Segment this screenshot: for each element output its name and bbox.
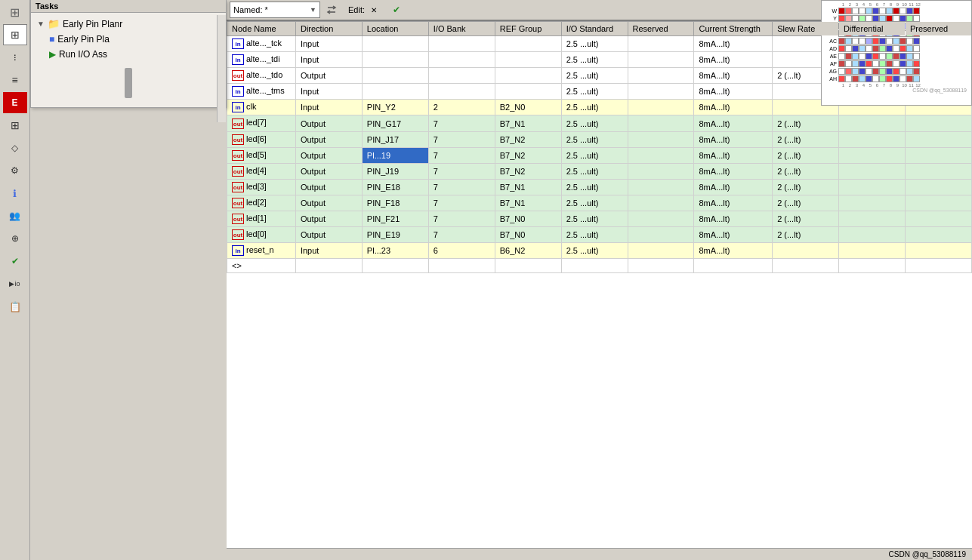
table-cell[interactable]: 2 (...lt) <box>773 163 839 179</box>
table-cell-name[interactable]: inalte..._tdi <box>227 52 296 68</box>
table-cell-name[interactable]: inalte..._tms <box>227 84 296 100</box>
table-cell[interactable]: B7_N2 <box>495 147 561 163</box>
table-cell[interactable] <box>905 147 971 163</box>
table-cell[interactable]: 8mA...lt) <box>694 68 773 84</box>
table-cell[interactable] <box>628 211 694 227</box>
table-cell[interactable]: Output <box>295 131 362 147</box>
table-cell[interactable]: 2.5 ...ult) <box>561 68 628 84</box>
table-cell[interactable]: B7_N0 <box>495 227 561 243</box>
table-cell[interactable]: Output <box>295 179 362 195</box>
table-cell[interactable] <box>905 243 971 259</box>
table-cell[interactable]: 2.5 ...ult) <box>561 52 628 68</box>
sidebar-icon-info[interactable]: ℹ <box>3 183 27 204</box>
table-cell[interactable]: 2.5 ...ult) <box>561 131 628 147</box>
table-cell[interactable]: 2.5 ...ult) <box>561 179 628 195</box>
table-cell[interactable] <box>905 115 971 131</box>
table-cell[interactable]: 7 <box>428 147 495 163</box>
table-cell[interactable]: 8mA...lt) <box>694 179 773 195</box>
table-cell[interactable] <box>495 84 561 100</box>
table-cell[interactable]: 7 <box>428 211 495 227</box>
table-cell[interactable] <box>773 259 839 273</box>
table-cell[interactable]: 2.5 ...ult) <box>561 243 628 259</box>
table-cell[interactable]: Input <box>295 100 362 115</box>
table-row[interactable]: outled[1]OutputPIN_F217B7_N02.5 ...ult)8… <box>227 211 972 227</box>
table-cell[interactable] <box>628 195 694 211</box>
edit-close-btn[interactable]: ✕ <box>368 4 380 16</box>
table-cell[interactable] <box>628 227 694 243</box>
table-cell[interactable]: 2 <box>428 100 495 115</box>
sidebar-icon-io[interactable]: ▶io <box>3 273 27 294</box>
table-cell[interactable]: PIN_F21 <box>362 211 428 227</box>
table-cell[interactable]: 2 (...lt) <box>773 115 839 131</box>
table-row[interactable]: outled[0]OutputPIN_E197B7_N02.5 ...ult)8… <box>227 227 972 243</box>
table-cell[interactable]: 7 <box>428 179 495 195</box>
sidebar-icon-list[interactable]: ≡ <box>3 69 27 91</box>
table-cell[interactable]: PIN_J19 <box>362 163 428 179</box>
table-cell-name[interactable]: inreset_n <box>227 243 296 259</box>
table-cell[interactable]: 8mA...lt) <box>694 195 773 211</box>
table-cell[interactable]: 8mA...lt) <box>694 211 773 227</box>
table-cell[interactable] <box>773 243 839 259</box>
table-cell[interactable]: Input <box>295 36 362 52</box>
table-cell[interactable] <box>628 115 694 131</box>
table-cell[interactable] <box>628 243 694 259</box>
table-cell[interactable]: 2 (...lt) <box>773 147 839 163</box>
table-cell-name[interactable]: outled[7] <box>227 115 296 131</box>
table-cell[interactable] <box>561 259 628 273</box>
table-cell[interactable] <box>905 195 971 211</box>
sidebar-icon-report[interactable]: 📋 <box>3 296 27 317</box>
table-cell-name[interactable]: inalte..._tck <box>227 36 296 52</box>
table-cell[interactable]: 2.5 ...ult) <box>561 227 628 243</box>
table-cell[interactable] <box>428 52 495 68</box>
table-cell-name[interactable]: outled[4] <box>227 163 296 179</box>
col-header-reserved[interactable]: Reserved <box>628 22 694 36</box>
table-cell[interactable] <box>839 163 906 179</box>
table-cell[interactable] <box>495 68 561 84</box>
col-header-location[interactable]: Location <box>362 22 428 36</box>
table-cell[interactable] <box>905 211 971 227</box>
sidebar-icon-flow[interactable]: ⫶ <box>3 47 27 68</box>
table-cell[interactable]: PIN_Y2 <box>362 100 428 115</box>
table-cell-name[interactable]: inclk <box>227 100 296 115</box>
table-cell[interactable] <box>628 68 694 84</box>
table-cell[interactable]: 8mA...lt) <box>694 243 773 259</box>
table-cell[interactable]: 2 (...lt) <box>773 131 839 147</box>
table-cell[interactable]: PIN_E19 <box>362 227 428 243</box>
filter-icon-btn[interactable] <box>323 2 340 18</box>
table-cell[interactable] <box>839 115 906 131</box>
table-cell[interactable] <box>839 211 906 227</box>
table-cell[interactable]: Output <box>295 68 362 84</box>
table-cell[interactable] <box>362 259 428 273</box>
table-cell[interactable]: 8mA...lt) <box>694 115 773 131</box>
table-cell[interactable] <box>905 179 971 195</box>
col-header-differential[interactable]: Differential <box>839 22 906 36</box>
table-cell[interactable]: B7_N2 <box>495 163 561 179</box>
table-cell[interactable]: PIN_F18 <box>362 195 428 211</box>
table-cell[interactable]: 2.5 ...ult) <box>561 115 628 131</box>
table-cell[interactable] <box>905 227 971 243</box>
table-cell[interactable] <box>628 179 694 195</box>
table-row[interactable]: outled[6]OutputPIN_J177B7_N22.5 ...ult)8… <box>227 131 972 147</box>
table-row[interactable]: inreset_nInputPl...236B6_N22.5 ...ult)8m… <box>227 243 972 259</box>
table-row[interactable]: outled[5]OutputPl...197B7_N22.5 ...ult)8… <box>227 147 972 163</box>
table-cell[interactable]: 8mA...lt) <box>694 227 773 243</box>
table-cell[interactable]: 2 (...lt) <box>773 179 839 195</box>
table-cell[interactable]: Output <box>295 115 362 131</box>
table-cell[interactable]: Output <box>295 147 362 163</box>
table-cell[interactable]: 2.5 ...ult) <box>561 147 628 163</box>
table-cell[interactable]: B7_N2 <box>495 131 561 147</box>
table-cell[interactable] <box>905 259 971 273</box>
table-cell[interactable]: Pl...23 <box>362 243 428 259</box>
table-cell-name[interactable]: outled[6] <box>227 131 296 147</box>
table-cell[interactable] <box>839 259 906 273</box>
table-cell[interactable] <box>839 131 906 147</box>
sidebar-icon-puzzle[interactable]: ⊞ <box>3 115 27 136</box>
table-row[interactable]: outled[4]OutputPIN_J197B7_N22.5 ...ult)8… <box>227 163 972 179</box>
sidebar-icon-people[interactable]: 👥 <box>3 205 27 226</box>
table-cell[interactable] <box>905 131 971 147</box>
table-row[interactable]: outled[7]OutputPIN_G177B7_N12.5 ...ult)8… <box>227 115 972 131</box>
table-cell-name[interactable]: outled[3] <box>227 179 296 195</box>
table-cell[interactable]: 7 <box>428 115 495 131</box>
table-cell[interactable] <box>628 131 694 147</box>
table-cell[interactable] <box>428 68 495 84</box>
